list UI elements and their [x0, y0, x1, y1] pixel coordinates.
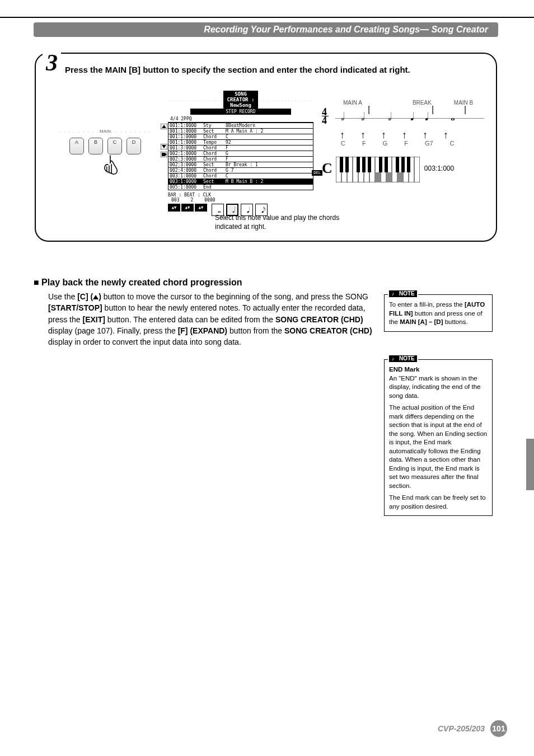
lcd-row: 002:1:0000ChordG	[168, 151, 313, 156]
note-icon: ♪	[389, 290, 397, 297]
lcd-row: 003:1:0000ChordC	[168, 173, 313, 179]
svg-rect-30	[397, 172, 403, 182]
notation-area: MAIN A BREAK MAIN B 4 4 𝅗𝅥 𝅗𝅥 | 𝅗𝅥 𝅘𝅥 𝅘𝅥…	[322, 100, 484, 147]
beat-val: 2	[190, 198, 193, 203]
triangle-up-icon	[93, 295, 99, 299]
lcd-row: 002:3:0000ChordF	[168, 156, 313, 162]
svg-rect-23	[379, 157, 382, 172]
lcd-row: 001:1:0000Tempo 92	[168, 139, 313, 145]
section-label-break: BREAK	[413, 100, 432, 106]
main-c-button[interactable]: C	[107, 138, 122, 154]
chord-big-label: C	[322, 160, 332, 177]
step-instruction: Press the MAIN [B] button to specify the…	[65, 65, 486, 74]
clk-val: 0000	[204, 198, 215, 203]
page-footer: CVP-205/203 101	[438, 720, 507, 737]
lcd-row: 001:1:0000Sty8BeatModern	[168, 123, 313, 128]
arrow-up-icon: ↑	[360, 129, 366, 141]
chord-label: G	[383, 140, 388, 147]
arrow-up-icon: ↑	[340, 129, 345, 141]
section-label-maina: MAIN A	[343, 100, 362, 106]
panel-label-row: · · · · · · · · · · MAIN · · · · · · · ·…	[59, 129, 151, 135]
lcd-tab: STEP RECORD	[190, 109, 291, 115]
delete-button[interactable]: DEL	[312, 170, 322, 176]
lcd-row: 001:3:0000ChordF	[168, 145, 313, 151]
lcd-row: 001:1:0000SectM A Main A : 2	[168, 128, 313, 134]
arrow-up-icon: ↑	[423, 129, 428, 141]
arrow-up-icon: ↑	[443, 129, 448, 141]
lcd-row: 002:4:0000ChordG 7	[168, 167, 313, 173]
chord-label: F	[404, 140, 408, 147]
spinner-3[interactable]: ▲▼	[195, 204, 207, 212]
spinner-1[interactable]: ▲▼	[168, 204, 180, 212]
down-nav-icon	[161, 144, 167, 149]
body-paragraph: Use the [C] () button to move the cursor…	[48, 291, 382, 348]
marker-icon	[161, 152, 167, 157]
keyboard-position: 003:1:000	[424, 165, 454, 172]
svg-rect-29	[386, 172, 392, 182]
lcd-title: SONG CREATOR : NewSong	[223, 91, 258, 109]
bar-beat-clk-label: BAR : BEAT : CLK	[168, 192, 313, 198]
main-b-button[interactable]: B	[88, 138, 103, 154]
note-icon: ♪	[389, 355, 397, 362]
chord-label: C	[450, 140, 455, 147]
lcd-screen: .................SONG CREATOR : NewSong.…	[168, 91, 313, 216]
chord-label: F	[362, 140, 366, 147]
chord-label: C	[341, 140, 345, 147]
svg-rect-24	[385, 157, 388, 172]
lcd-row: 002:3:0000Sect Br Break : 1	[168, 162, 313, 167]
svg-rect-18	[340, 157, 343, 172]
lcd-row: 003:1:0000SectM B Main B : 2	[168, 179, 313, 184]
main-a-button[interactable]: A	[69, 138, 84, 154]
chapter-header: Recording Your Performances and Creating…	[34, 22, 498, 37]
model-label: CVP-205/203	[438, 724, 485, 733]
time-signature: 4 4	[322, 108, 329, 124]
arrow-up-icon: ↑	[381, 129, 386, 141]
step-number: 3	[43, 53, 61, 73]
lcd-row: 001:1:0000ChordC	[168, 134, 313, 139]
bar-val: 003	[171, 198, 179, 203]
lcd-event-list: 001:1:0000Sty8BeatModern001:1:0000SectM …	[168, 122, 313, 190]
lcd-meta: 4/4 2PPQ	[168, 116, 313, 122]
chapter-title: Recording Your Performances and Creating…	[204, 25, 488, 35]
main-d-button[interactable]: D	[127, 138, 141, 154]
spinner-2[interactable]: ▲▼	[181, 204, 194, 212]
chord-label: G7	[425, 140, 433, 147]
keyboard-diagram: C 003:1:000	[322, 157, 490, 182]
lcd-row: 005:1:0000End	[168, 184, 313, 190]
note-box-1: ♪NOTE To enter a fill-in, press the [AUT…	[384, 294, 493, 332]
arrow-up-icon: ↑	[402, 129, 407, 141]
up-nav-icon	[161, 124, 167, 129]
note2-title: END Mark	[389, 366, 419, 373]
svg-rect-25	[396, 157, 399, 172]
note-box-2: ♪NOTE END Mark An "END" mark is shown in…	[384, 359, 493, 516]
svg-rect-21	[362, 157, 366, 172]
subheading: ■ Play back the newly created chord prog…	[34, 278, 498, 288]
svg-rect-28	[375, 172, 381, 182]
svg-rect-22	[368, 157, 371, 172]
pointing-hand-icon	[99, 154, 122, 180]
svg-rect-26	[401, 157, 405, 172]
main-button-panel: · · · · · · · · · · MAIN · · · · · · · ·…	[59, 129, 151, 179]
lcd-caption: Select this note value and play the chor…	[215, 214, 349, 231]
svg-rect-27	[407, 157, 410, 172]
thumb-tab	[526, 439, 534, 490]
page-number: 101	[490, 720, 507, 737]
svg-rect-19	[345, 157, 349, 172]
svg-rect-20	[357, 157, 360, 172]
top-rule	[0, 17, 534, 18]
